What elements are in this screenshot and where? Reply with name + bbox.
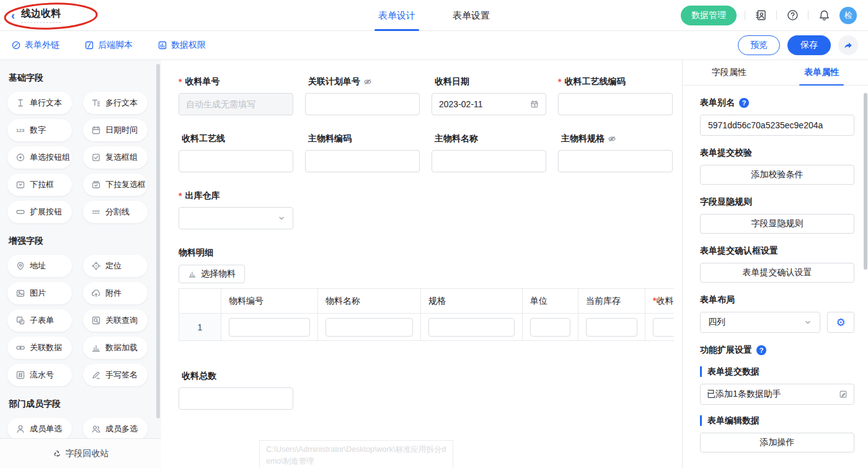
main-material-name-input[interactable] [432,150,546,172]
notification-bell-icon[interactable] [817,8,831,23]
field-type-attachment[interactable]: 附件 [83,282,148,304]
tab-form-settings[interactable]: 表单设置 [453,0,490,31]
field-process-line[interactable]: 收料工艺线 [179,133,293,172]
field-visibility-button[interactable]: 字段显隐规则 [700,214,854,234]
pen-icon [91,370,101,380]
sidebar-scrollbar[interactable] [156,64,160,418]
field-type-location[interactable]: 定位 [83,255,148,277]
field-type-serial-number[interactable]: 流水号 [7,364,72,386]
submit-validation-label: 表单提交校验 [700,148,854,159]
field-type-checkbox-group[interactable]: 复选框组 [83,146,148,169]
layout-settings-button[interactable]: ⚙ [827,312,854,333]
save-button[interactable]: 保存 [787,35,831,55]
field-type-dropdown[interactable]: 下拉框 [7,174,72,196]
preview-button[interactable]: 预览 [738,35,780,55]
share-button[interactable] [838,35,858,55]
field-main-material-name[interactable]: 主物料名称 [432,133,546,172]
field-type-multiline-text[interactable]: 多行文本 [83,92,148,114]
field-type-address[interactable]: 地址 [7,255,72,277]
tab-form-properties[interactable]: 表单属性 [776,60,868,85]
current-stock-cell-input[interactable] [586,318,637,337]
field-label: 收料总数 [182,371,216,382]
field-type-image[interactable]: 图片 [7,282,72,304]
field-receive-total[interactable]: 收料总数 [179,371,293,410]
field-recycle-bin[interactable]: 字段回收站 [0,438,161,468]
field-type-datetime[interactable]: 日期时间 [83,119,148,141]
process-line-code-input[interactable] [558,93,673,115]
field-receive-no[interactable]: *收料单号 [179,76,293,115]
field-linked-plan-no[interactable]: 关联计划单号 [305,76,420,115]
field-outbound-warehouse[interactable]: *出库仓库 [179,190,293,229]
field-row-2: 收料工艺线 主物料编码 主物料名称 主物料规格 [179,133,682,172]
material-name-cell-input[interactable] [326,318,413,337]
text-cursor-icon [16,98,25,108]
linked-plan-no-input[interactable] [305,93,420,115]
backend-script-item[interactable]: 后端脚本 [84,40,133,51]
submit-confirm-button[interactable]: 表单提交确认设置 [700,263,854,283]
field-type-radio-group[interactable]: 单选按钮组 [7,146,72,169]
spec-cell-input[interactable] [428,318,515,337]
field-type-multi-dropdown[interactable]: 下拉复选框 [83,174,148,196]
data-permission-item[interactable]: 数据权限 [157,40,206,51]
field-type-signature[interactable]: 手写签名 [83,364,148,386]
basic-fields-grid: 单行文本 多行文本 123 数字 日期时间 单选按钮组 复选框组 [7,92,154,223]
search-box-icon [91,316,101,325]
field-type-extend-button[interactable]: 扩展按钮 [7,201,72,223]
receive-date-input[interactable]: 2023-02-11 [432,93,546,115]
receive-qty-cell-input[interactable] [653,318,674,337]
map-pin-icon [16,261,25,271]
page-title: 线边收料 [21,7,61,23]
subform-icon [16,316,25,325]
external-link-item[interactable]: 表单外链 [11,40,60,51]
field-type-subform[interactable]: 子表单 [7,309,72,332]
field-type-member-single[interactable]: 成员单选 [7,418,72,440]
cloud-upload-icon [91,288,101,298]
receive-total-input[interactable] [179,387,293,410]
add-operation-button[interactable]: 添加操作 [700,433,854,453]
field-type-member-multi[interactable]: 成员多选 [83,418,148,440]
main-material-code-input[interactable] [305,150,420,172]
field-label: 收料单号 [185,76,219,87]
contacts-icon[interactable] [753,8,768,23]
panel-scrollbar[interactable] [864,93,867,270]
form-alias-label-row: 表单别名 ? [700,97,854,108]
field-main-material-spec[interactable]: 主物料规格 [558,133,673,172]
layout-select[interactable]: 四列 [700,312,820,333]
unit-cell-input[interactable] [530,318,570,337]
edit-pencil-icon[interactable] [839,390,848,399]
main-material-spec-input[interactable] [558,150,673,172]
back-chevron-icon[interactable]: ‹ [11,10,15,21]
field-type-divider-line[interactable]: 分割线 [83,201,148,223]
data-bars-icon [157,40,167,50]
process-line-input[interactable] [179,150,293,172]
add-validation-button[interactable]: 添加校验条件 [700,165,854,185]
field-receive-date[interactable]: 收料日期 2023-02-11 [432,76,546,115]
divider [776,11,777,20]
field-type-linked-data[interactable]: 关联数据 [7,337,72,359]
field-main-material-code[interactable]: 主物料编码 [305,133,420,172]
field-type-number[interactable]: 123 数字 [7,119,72,141]
tab-form-design[interactable]: 表单设计 [378,0,415,31]
material-code-cell-input[interactable] [229,318,310,337]
field-type-data-load[interactable]: 数据加载 [83,337,148,359]
field-type-single-line-text[interactable]: 单行文本 [7,92,72,114]
field-process-line-code[interactable]: *收料工艺线编码 [558,76,673,115]
eye-hidden-icon [608,135,616,143]
form-alias-input[interactable] [700,115,854,136]
data-assistant-row[interactable]: 已添加1条数据助手 [700,384,854,405]
data-manage-button[interactable]: 数据管理 [681,6,737,25]
chevron-down-icon [277,214,286,223]
back-nav[interactable]: ‹ 线边收料 [11,7,61,23]
help-badge-icon[interactable]: ? [756,345,766,355]
help-badge-icon[interactable]: ? [739,98,749,108]
outbound-warehouse-select[interactable] [179,207,293,229]
avatar[interactable]: 检 [839,7,857,24]
field-type-linked-query[interactable]: 关联查询 [83,309,148,332]
bar-chart-icon [91,343,101,353]
submit-data-subhead: 表单提交数据 [700,366,854,377]
tab-field-properties[interactable]: 字段属性 [683,60,776,85]
select-material-button[interactable]: 选择物料 [179,265,245,283]
form-layout-label: 表单布局 [700,294,854,306]
dropdown-icon [16,180,25,190]
help-icon[interactable] [785,8,800,23]
